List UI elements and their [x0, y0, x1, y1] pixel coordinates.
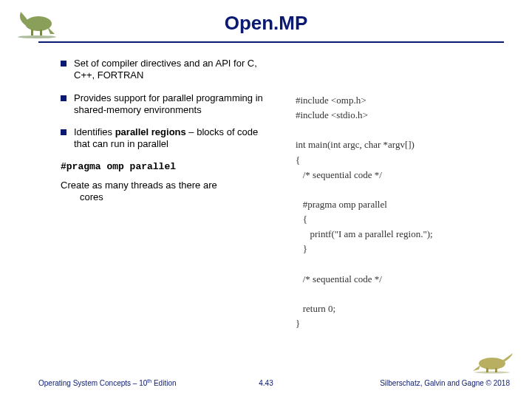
bullet-square-icon	[61, 61, 66, 66]
footer: Operating System Concepts – 10th Edition…	[0, 372, 532, 387]
content-left-column: Set of compiler directives and an API fo…	[61, 58, 275, 203]
title-underline	[38, 41, 504, 43]
pragma-directive: #pragma omp parallel	[61, 161, 275, 172]
bullet-square-icon	[61, 95, 66, 101]
svg-point-3	[18, 35, 56, 38]
bullet-text: Identifies parallel regions – blocks of …	[74, 126, 275, 151]
bullet-text: Set of compiler directives and an API fo…	[74, 58, 275, 82]
plain-text-hang: cores	[61, 191, 275, 203]
title-row: Open.MP	[0, 12, 532, 35]
plain-text-line: Create as many threads as there are core…	[61, 180, 275, 204]
dinosaur-bottom-image	[471, 349, 514, 374]
bullet-item: Identifies parallel regions – blocks of …	[61, 126, 275, 151]
svg-point-4	[479, 358, 505, 369]
plain-text-first: Create as many threads as there are	[61, 180, 217, 191]
slide: Open.MP Set of compiler directives and a…	[0, 0, 532, 399]
footer-copyright: Silberschatz, Galvin and Gagne © 2018	[380, 379, 510, 387]
bullet-text: Provides support for parallel programmin…	[74, 92, 275, 117]
bullet-item: Provides support for parallel programmin…	[61, 92, 275, 117]
slide-title: Open.MP	[225, 12, 308, 35]
bullet-item: Set of compiler directives and an API fo…	[61, 58, 275, 82]
bullet-square-icon	[61, 129, 66, 135]
code-sample: #include <omp.h> #include <stdio.h> int …	[296, 93, 517, 331]
